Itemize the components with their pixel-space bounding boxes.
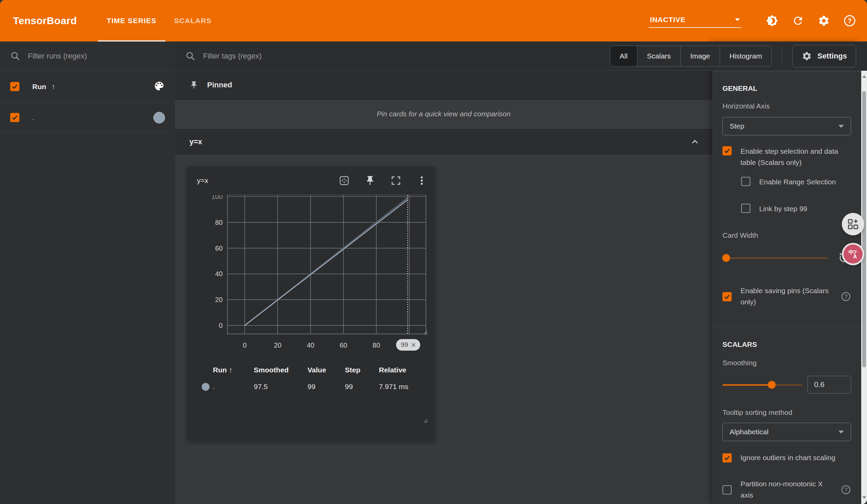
col-run[interactable]: Run ↑ — [202, 366, 254, 374]
filter-chip-all[interactable]: All — [610, 46, 637, 66]
settings-panel-body: GENERAL Horizontal Axis Step Enable step… — [712, 84, 861, 504]
saving-pins-label: Enable saving pins (Scalars only) — [740, 285, 837, 308]
chevron-down-icon — [838, 430, 844, 433]
tooltip-sorting-value: Alphabetical — [730, 428, 768, 436]
translate-extension-button[interactable]: 中 A — [842, 243, 864, 265]
ignore-outliers-row[interactable]: Ignore outliers in chart scaling — [722, 453, 851, 463]
range-selection-row[interactable]: Enable Range Selection — [741, 177, 851, 187]
filter-runs-field[interactable]: Filter runs (regex) — [0, 42, 175, 71]
horizontal-axis-select[interactable]: Step — [722, 117, 851, 135]
saving-pins-checkbox[interactable] — [722, 292, 732, 301]
extension-shortcut-button[interactable] — [842, 213, 864, 235]
fit-to-data-icon[interactable] — [339, 175, 350, 186]
partition-x-checkbox[interactable] — [722, 485, 732, 494]
horizontal-axis-label: Horizontal Axis — [722, 102, 851, 110]
app-header: TensorBoard TIME SERIES SCALARS INACTIVE — [0, 0, 867, 42]
tab-scalars[interactable]: SCALARS — [165, 0, 221, 42]
run-checkbox[interactable] — [10, 113, 19, 122]
pin-card-icon[interactable] — [365, 175, 375, 186]
card-width-label: Card Width — [722, 231, 851, 239]
link-by-step-checkbox[interactable] — [741, 204, 750, 213]
partition-x-label: Partition non-monotonic X axis — [740, 478, 837, 501]
step-selection-row[interactable]: Enable step selection and data table (Sc… — [722, 146, 851, 168]
scrollbar-track[interactable] — [861, 71, 867, 504]
filter-chip-histogram[interactable]: Histogram — [720, 46, 772, 66]
pinned-section-header: Pinned — [175, 71, 712, 99]
help-button[interactable]: ? — [841, 12, 858, 29]
smoothing-slider[interactable] — [722, 380, 802, 389]
brightness-icon — [766, 15, 778, 27]
step-selection-checkbox[interactable] — [722, 146, 732, 156]
app-settings-button[interactable] — [815, 12, 832, 29]
line-chart[interactable]: 100020406080020406080 99 ✕ — [187, 195, 435, 355]
col-relative[interactable]: Relative — [379, 366, 427, 374]
svg-text:?: ? — [845, 294, 848, 300]
col-smoothed[interactable]: Smoothed — [254, 366, 308, 374]
card-actions — [339, 175, 427, 186]
range-selection-label: Enable Range Selection — [759, 176, 836, 187]
scalars-heading: SCALARS — [722, 341, 851, 348]
brightness-toggle-button[interactable] — [763, 12, 781, 29]
smoothing-row: 0.6 — [722, 376, 851, 394]
selected-step-chip[interactable]: 99 ✕ — [396, 339, 420, 351]
color-palette-button[interactable] — [153, 80, 165, 93]
reload-button[interactable] — [790, 12, 806, 29]
card-width-slider-thumb[interactable] — [722, 254, 730, 262]
card-width-slider[interactable] — [722, 253, 833, 262]
svg-text:?: ? — [845, 487, 848, 493]
main-tabs: TIME SERIES SCALARS — [98, 0, 221, 42]
more-options-icon[interactable] — [416, 175, 427, 186]
pinned-empty-hint: Pin cards for a quick view and compariso… — [377, 110, 511, 118]
svg-text:0: 0 — [219, 322, 223, 329]
status-select[interactable]: INACTIVE — [649, 14, 741, 28]
resize-grip-bottom[interactable] — [423, 419, 428, 423]
apps-sparkle-icon — [847, 218, 859, 230]
table-row: . 97.5 99 99 7.971 ms — [202, 378, 427, 396]
run-list-item[interactable]: . — [0, 103, 175, 133]
gear-icon — [818, 15, 830, 27]
chevron-up-icon[interactable] — [690, 137, 700, 147]
svg-text:100: 100 — [211, 195, 223, 200]
check-icon — [11, 114, 18, 121]
tooltip-sorting-select[interactable]: Alphabetical — [722, 423, 851, 441]
sort-arrow[interactable]: ↑ — [52, 83, 55, 90]
partition-x-row[interactable]: Partition non-monotonic X axis ? — [722, 479, 851, 501]
close-icon[interactable]: ✕ — [411, 341, 416, 349]
fullscreen-icon[interactable] — [390, 175, 402, 186]
help-icon[interactable]: ? — [841, 485, 851, 495]
header-actions: INACTIVE — [649, 0, 858, 42]
pinned-empty-state: Pin cards for a quick view and compariso… — [175, 99, 712, 129]
link-by-step-row[interactable]: Link by step 99 — [741, 204, 851, 214]
saving-pins-row[interactable]: Enable saving pins (Scalars only) ? — [722, 286, 851, 308]
resize-grip-top[interactable] — [423, 330, 428, 335]
filter-chip-image[interactable]: Image — [680, 46, 719, 66]
filter-chip-scalars[interactable]: Scalars — [637, 46, 680, 66]
gear-icon — [802, 51, 812, 61]
section-divider — [712, 326, 861, 327]
tag-group-header[interactable]: y=x — [175, 129, 712, 155]
palette-icon — [153, 80, 165, 92]
open-settings-button[interactable]: Settings — [792, 45, 856, 67]
pin-icon — [190, 81, 198, 89]
scroll-up-arrow[interactable] — [861, 71, 867, 82]
filter-tags-placeholder[interactable]: Filter tags (regex) — [203, 52, 261, 61]
col-value[interactable]: Value — [308, 366, 345, 374]
smoothing-value-input[interactable]: 0.6 — [807, 376, 851, 394]
data-table: Run ↑ Smoothed Value Step Relative . 97.… — [187, 362, 435, 396]
col-step[interactable]: Step — [345, 366, 379, 374]
svg-text:60: 60 — [215, 245, 223, 252]
step-selection-label: Enable step selection and data table (Sc… — [740, 146, 851, 168]
select-all-runs-checkbox[interactable] — [10, 82, 19, 91]
toolbar-divider — [782, 46, 782, 66]
tab-time-series[interactable]: TIME SERIES — [98, 0, 165, 42]
ignore-outliers-checkbox[interactable] — [722, 453, 732, 462]
scroll-down-arrow[interactable] — [861, 492, 867, 503]
run-color-swatch[interactable] — [153, 112, 165, 124]
help-icon[interactable]: ? — [841, 291, 851, 302]
tag-group-body: y=x — [175, 155, 712, 504]
range-selection-checkbox[interactable] — [741, 177, 750, 186]
settings-panel: Settings GENERAL Horizontal Axis Step En… — [712, 42, 861, 504]
run-color-dot — [202, 383, 210, 391]
smoothing-slider-thumb[interactable] — [768, 381, 776, 389]
svg-text:A: A — [853, 254, 857, 259]
